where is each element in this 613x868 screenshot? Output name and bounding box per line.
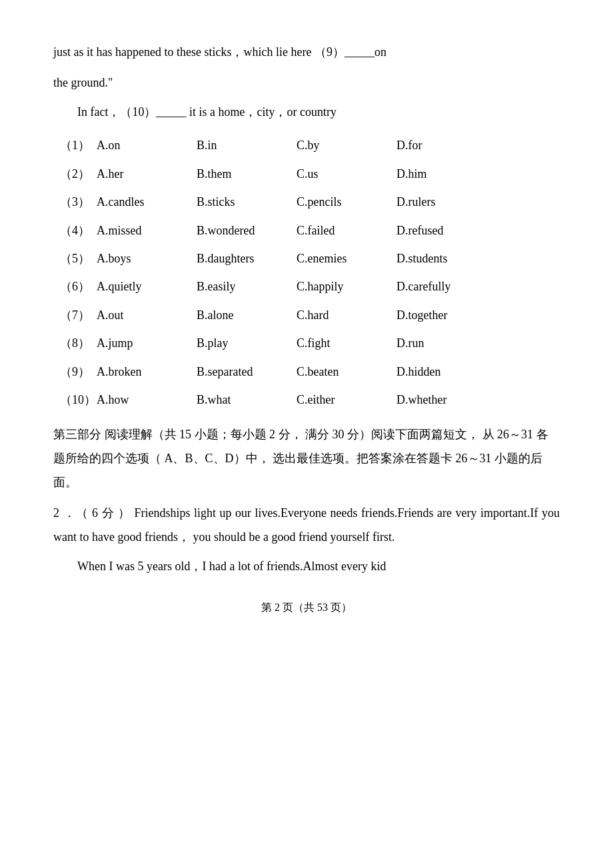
option-row: （4）A.missedB.wonderedC.failedD.refused [53, 220, 560, 241]
option-number: （2） [60, 163, 97, 185]
choice-item: B.them [197, 163, 297, 185]
option-number: （6） [60, 276, 97, 297]
passage-second: When I was 5 years old，I had a lot of fr… [53, 554, 560, 578]
choice-item: C.enemies [297, 248, 396, 269]
choice-item: B.in [197, 135, 297, 156]
option-choices: A.outB.aloneC.hardD.together [97, 304, 560, 326]
choice-item: A.broken [97, 361, 197, 382]
option-row: （5）A.boysB.daughtersC.enemiesD.students [53, 248, 560, 269]
option-choices: A.brokenB.separatedC.beatenD.hidden [97, 361, 560, 382]
passage-intro: 2 ．（ 6 分 ） Friendships light up our live… [53, 501, 560, 549]
choice-item: D.refused [396, 220, 496, 241]
option-number: （7） [60, 304, 97, 326]
choice-item: D.whether [396, 389, 496, 410]
choice-item: C.us [297, 163, 396, 185]
option-row: （8）A.jumpB.playC.fightD.run [53, 332, 560, 354]
choice-item: C.happily [297, 276, 396, 297]
choice-item: D.carefully [396, 276, 496, 297]
infact-line: In fact，（10）_____ it is a home，city，or c… [53, 101, 560, 123]
choice-item: C.pencils [297, 191, 396, 213]
choice-item: D.together [396, 304, 496, 326]
option-choices: A.missedB.wonderedC.failedD.refused [97, 220, 560, 241]
choice-item: C.by [297, 135, 396, 156]
option-row: （3）A.candlesB.sticksC.pencilsD.rulers [53, 191, 560, 213]
choice-item: C.hard [297, 304, 396, 326]
choice-item: C.beaten [297, 361, 396, 382]
choice-item: B.what [197, 389, 297, 410]
choice-item: D.students [396, 248, 496, 269]
option-number: （4） [60, 220, 97, 241]
choice-item: D.him [396, 163, 496, 185]
option-choices: A.howB.whatC.eitherD.whether [97, 389, 560, 410]
choice-item: B.sticks [197, 191, 297, 213]
option-number: （9） [60, 361, 97, 382]
option-row: （2）A.herB.themC.usD.him [53, 163, 560, 185]
choice-item: A.boys [97, 248, 197, 269]
option-choices: A.onB.inC.byD.for [97, 135, 560, 156]
choice-item: A.quietly [97, 276, 197, 297]
option-choices: A.boysB.daughtersC.enemiesD.students [97, 248, 560, 269]
option-number: （5） [60, 248, 97, 269]
choice-item: C.fight [297, 332, 396, 354]
choice-item: A.candles [97, 191, 197, 213]
choice-item: D.hidden [396, 361, 496, 382]
option-row: （6）A.quietlyB.easilyC.happilyD.carefully [53, 276, 560, 297]
option-number: （3） [60, 191, 97, 213]
option-choices: A.jumpB.playC.fightD.run [97, 332, 560, 354]
choice-item: A.her [97, 163, 197, 185]
choice-item: D.run [396, 332, 496, 354]
choice-item: A.missed [97, 220, 197, 241]
choice-item: C.failed [297, 220, 396, 241]
choice-item: B.separated [197, 361, 297, 382]
option-row: （9）A.brokenB.separatedC.beatenD.hidden [53, 361, 560, 382]
choice-item: B.play [197, 332, 297, 354]
choice-item: B.easily [197, 276, 297, 297]
section-header: 第三部分 阅读理解（共 15 小题；每小题 2 分， 满分 30 分）阅读下面两… [53, 422, 560, 494]
option-row: （10）A.howB.whatC.eitherD.whether [53, 389, 560, 410]
choice-item: A.on [97, 135, 197, 156]
choice-item: D.for [396, 135, 496, 156]
option-row: （1）A.onB.inC.byD.for [53, 135, 560, 156]
option-row: （7）A.outB.aloneC.hardD.together [53, 304, 560, 326]
option-choices: A.quietlyB.easilyC.happilyD.carefully [97, 276, 560, 297]
choice-item: A.out [97, 304, 197, 326]
choice-item: A.how [97, 389, 197, 410]
option-choices: A.herB.themC.usD.him [97, 163, 560, 185]
option-number: （8） [60, 332, 97, 354]
choice-item: B.daughters [197, 248, 297, 269]
option-number: （1） [60, 135, 97, 156]
choice-item: B.wondered [197, 220, 297, 241]
page-footer: 第 2 页（共 53 页） [53, 598, 560, 618]
intro-line-2: the ground." [53, 71, 560, 95]
options-list: （1）A.onB.inC.byD.for（2）A.herB.themC.usD.… [53, 135, 560, 410]
choice-item: C.either [297, 389, 396, 410]
option-number: （10） [60, 389, 97, 410]
choice-item: B.alone [197, 304, 297, 326]
intro-line-1: just as it has happened to these sticks，… [53, 40, 560, 64]
choice-item: D.rulers [396, 191, 496, 213]
option-choices: A.candlesB.sticksC.pencilsD.rulers [97, 191, 560, 213]
choice-item: A.jump [97, 332, 197, 354]
